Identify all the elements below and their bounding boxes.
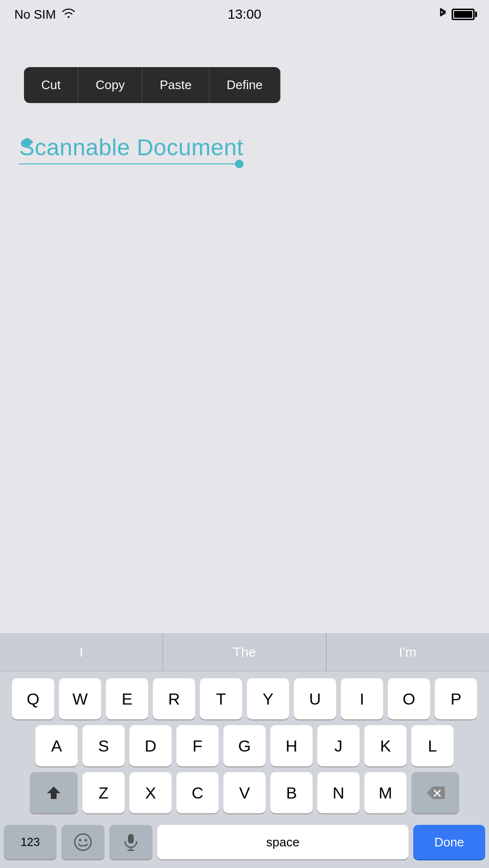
autocomplete-bar: I The I'm [0, 633, 489, 671]
autocomplete-suggestion-0[interactable]: I [0, 633, 163, 671]
delete-key[interactable] [411, 772, 459, 813]
keyboard-rows: Q W E R T Y U I O P A S D F G H J K L [0, 671, 489, 822]
autocomplete-suggestion-2[interactable]: I'm [326, 633, 489, 671]
key-J[interactable]: J [317, 725, 360, 766]
svg-point-3 [79, 839, 82, 842]
content-area: Cut Copy Paste Define Scannable Document [0, 29, 489, 412]
status-left: No SIM [14, 7, 75, 22]
key-L[interactable]: L [411, 725, 454, 766]
text-input-area[interactable]: Scannable Document [14, 134, 475, 161]
time-display: 13:00 [228, 7, 261, 22]
selection-handle-left [23, 138, 32, 147]
paste-button[interactable]: Paste [142, 67, 210, 103]
key-O[interactable]: O [388, 678, 430, 719]
key-G[interactable]: G [223, 725, 266, 766]
key-P[interactable]: P [435, 678, 477, 719]
key-S[interactable]: S [82, 725, 125, 766]
emoji-key[interactable] [61, 825, 105, 859]
define-button[interactable]: Define [210, 67, 280, 103]
copy-button[interactable]: Copy [78, 67, 142, 103]
key-row-3: Z X C V B N M [4, 772, 485, 813]
svg-point-4 [85, 839, 87, 842]
shift-key[interactable] [30, 772, 78, 813]
status-bar: No SIM 13:00 [0, 0, 489, 29]
key-B[interactable]: B [270, 772, 313, 813]
key-W[interactable]: W [59, 678, 101, 719]
key-F[interactable]: F [176, 725, 219, 766]
carrier-label: No SIM [14, 7, 56, 22]
key-Y[interactable]: Y [247, 678, 289, 719]
numbers-key[interactable]: 123 [4, 825, 57, 859]
key-A[interactable]: A [35, 725, 78, 766]
key-D[interactable]: D [129, 725, 172, 766]
key-R[interactable]: R [153, 678, 195, 719]
context-menu: Cut Copy Paste Define [24, 67, 280, 103]
key-M[interactable]: M [364, 772, 407, 813]
status-right [439, 7, 475, 22]
key-row-2: A S D F G H J K L [4, 725, 485, 766]
key-V[interactable]: V [223, 772, 266, 813]
svg-point-2 [75, 834, 91, 850]
done-key[interactable]: Done [413, 825, 485, 859]
key-K[interactable]: K [364, 725, 407, 766]
key-U[interactable]: U [294, 678, 336, 719]
key-T[interactable]: T [200, 678, 242, 719]
key-C[interactable]: C [176, 772, 219, 813]
microphone-key[interactable] [109, 825, 152, 859]
space-key[interactable]: space [157, 825, 408, 859]
key-Z[interactable]: Z [82, 772, 125, 813]
battery-fill [454, 11, 472, 18]
key-row-1: Q W E R T Y U I O P [4, 678, 485, 719]
key-X[interactable]: X [129, 772, 172, 813]
key-Q[interactable]: Q [12, 678, 54, 719]
wifi-icon [62, 8, 75, 21]
autocomplete-suggestion-1[interactable]: The [163, 633, 326, 671]
selected-text[interactable]: Scannable Document [19, 134, 244, 161]
key-N[interactable]: N [317, 772, 360, 813]
keyboard: I The I'm Q W E R T Y U I O P A S D F G … [0, 633, 489, 868]
text-underline [19, 163, 244, 164]
selection-handle-right [235, 160, 244, 168]
battery-icon [452, 9, 475, 20]
key-E[interactable]: E [106, 678, 148, 719]
bottom-row: 123 space Done [0, 822, 489, 868]
svg-rect-5 [128, 834, 134, 844]
bluetooth-icon [439, 7, 447, 22]
key-H[interactable]: H [270, 725, 313, 766]
cut-button[interactable]: Cut [24, 67, 78, 103]
key-I[interactable]: I [341, 678, 383, 719]
